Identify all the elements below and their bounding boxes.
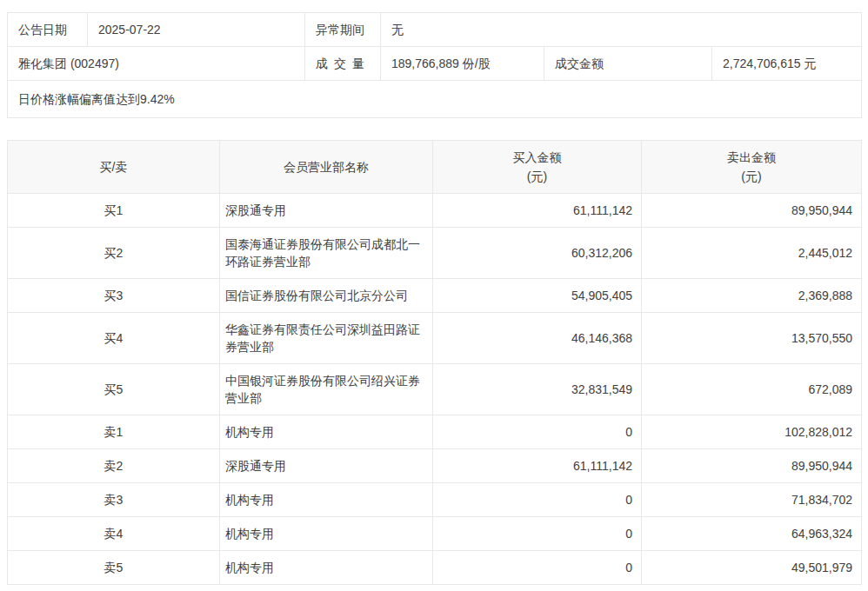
buy-amount-cell: 0 (433, 517, 642, 551)
branch-cell: 中国银河证券股份有限公司绍兴证券营业部 (220, 364, 433, 415)
sell-amount-cell: 672,089 (642, 364, 862, 415)
announce-date-label: 公告日期 (8, 13, 88, 47)
table-row: 买2 国泰海通证券股份有限公司成都北一环路证券营业部 60,312,206 2,… (8, 228, 862, 279)
side-cell: 买4 (8, 313, 220, 364)
col-header-sell-line1: 卖出金额 (642, 148, 861, 167)
info-row-volume: 雅化集团 (002497) 成交量 189,766,889 份/股 成交金额 2… (8, 47, 862, 81)
table-row: 卖1 机构专用 0 102,828,012 (8, 415, 862, 449)
info-row-reason: 日价格涨幅偏离值达到9.42% (8, 81, 862, 118)
deviation-note: 日价格涨幅偏离值达到9.42% (8, 81, 862, 118)
side-cell: 卖3 (8, 483, 220, 517)
branch-cell: 机构专用 (220, 517, 433, 551)
sell-amount-cell: 89,950,944 (642, 194, 862, 228)
branch-cell: 机构专用 (220, 483, 433, 517)
buy-amount-cell: 46,146,368 (433, 313, 642, 364)
side-cell: 卖2 (8, 449, 220, 483)
table-row: 买1 深股通专用 61,111,142 89,950,944 (8, 194, 862, 228)
buy-amount-cell: 0 (433, 483, 642, 517)
abnormal-period-value: 无 (381, 13, 862, 47)
announce-date-value: 2025-07-22 (88, 13, 305, 47)
buy-amount-cell: 0 (433, 415, 642, 449)
sell-amount-cell: 89,950,944 (642, 449, 862, 483)
branch-cell: 机构专用 (220, 415, 433, 449)
side-cell: 卖5 (8, 551, 220, 585)
sell-amount-cell: 71,834,702 (642, 483, 862, 517)
branch-cell: 深股通专用 (220, 194, 433, 228)
stock-name: 雅化集团 (002497) (8, 47, 305, 81)
buy-amount-cell: 54,905,405 (433, 279, 642, 313)
buy-amount-cell: 61,111,142 (433, 449, 642, 483)
col-header-sell: 卖出金额 (元) (642, 141, 862, 194)
table-row: 买5 中国银河证券股份有限公司绍兴证券营业部 32,831,549 672,08… (8, 364, 862, 415)
table-row: 卖5 机构专用 0 49,501,979 (8, 551, 862, 585)
table-row: 买3 国信证券股份有限公司北京分公司 54,905,405 2,369,888 (8, 279, 862, 313)
broker-ranking-table: 买/卖 会员营业部名称 买入金额 (元) 卖出金额 (元) 买1 深股通专用 6… (7, 140, 862, 585)
stock-detail-page: 公告日期 2025-07-22 异常期间 无 雅化集团 (002497) 成交量… (0, 0, 868, 591)
volume-label-text: 成交量 (316, 55, 364, 72)
buy-amount-cell: 61,111,142 (433, 194, 642, 228)
table-row: 买4 华鑫证券有限责任公司深圳益田路证券营业部 46,146,368 13,57… (8, 313, 862, 364)
turnover-value: 2,724,706,615 元 (712, 47, 862, 81)
turnover-label: 成交金额 (544, 47, 712, 81)
broker-table-body: 买1 深股通专用 61,111,142 89,950,944 买2 国泰海通证券… (8, 194, 862, 585)
branch-cell: 机构专用 (220, 551, 433, 585)
branch-cell: 国信证券股份有限公司北京分公司 (220, 279, 433, 313)
stock-info-table: 公告日期 2025-07-22 异常期间 无 雅化集团 (002497) 成交量… (7, 12, 862, 118)
side-cell: 买1 (8, 194, 220, 228)
sell-amount-cell: 49,501,979 (642, 551, 862, 585)
col-header-buy-line2: (元) (433, 167, 641, 186)
side-cell: 买5 (8, 364, 220, 415)
side-cell: 卖4 (8, 517, 220, 551)
col-header-buy-line1: 买入金额 (433, 148, 641, 167)
table-row: 卖2 深股通专用 61,111,142 89,950,944 (8, 449, 862, 483)
volume-value: 189,766,889 份/股 (381, 47, 544, 81)
branch-cell: 国泰海通证券股份有限公司成都北一环路证券营业部 (220, 228, 433, 279)
buy-amount-cell: 32,831,549 (433, 364, 642, 415)
abnormal-period-label: 异常期间 (305, 13, 381, 47)
buy-amount-cell: 0 (433, 551, 642, 585)
col-header-branch: 会员营业部名称 (220, 141, 433, 194)
branch-cell: 深股通专用 (220, 449, 433, 483)
side-cell: 卖1 (8, 415, 220, 449)
col-header-buy: 买入金额 (元) (433, 141, 642, 194)
volume-label: 成交量 (305, 47, 381, 81)
table-row: 卖4 机构专用 0 64,963,324 (8, 517, 862, 551)
buy-amount-cell: 60,312,206 (433, 228, 642, 279)
side-cell: 买3 (8, 279, 220, 313)
table-row: 卖3 机构专用 0 71,834,702 (8, 483, 862, 517)
sell-amount-cell: 64,963,324 (642, 517, 862, 551)
col-header-side: 买/卖 (8, 141, 220, 194)
sell-amount-cell: 2,445,012 (642, 228, 862, 279)
branch-cell: 华鑫证券有限责任公司深圳益田路证券营业部 (220, 313, 433, 364)
info-row-date: 公告日期 2025-07-22 异常期间 无 (8, 13, 862, 47)
side-cell: 买2 (8, 228, 220, 279)
sell-amount-cell: 2,369,888 (642, 279, 862, 313)
sell-amount-cell: 13,570,550 (642, 313, 862, 364)
sell-amount-cell: 102,828,012 (642, 415, 862, 449)
col-header-sell-line2: (元) (642, 167, 861, 186)
table-header-row: 买/卖 会员营业部名称 买入金额 (元) 卖出金额 (元) (8, 141, 862, 194)
